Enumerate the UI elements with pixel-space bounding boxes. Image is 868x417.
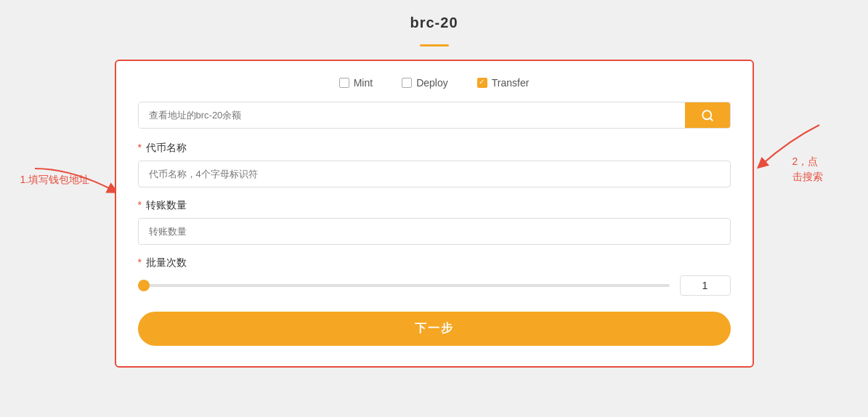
coin-name-section: * 代币名称	[138, 142, 731, 187]
mint-label: Mint	[354, 77, 373, 89]
title-underline	[420, 44, 449, 46]
tab-transfer[interactable]: Transfer	[477, 77, 530, 89]
mint-checkbox[interactable]	[339, 78, 349, 88]
right-annotation-text: 2，点 击搜索	[792, 154, 823, 185]
address-search-input[interactable]	[139, 102, 685, 128]
slider-thumb[interactable]	[138, 280, 150, 291]
search-button[interactable]	[685, 102, 730, 128]
right-annotation: 2，点 击搜索	[792, 154, 823, 185]
left-annotation-text: 1.填写钱包地址	[20, 172, 90, 187]
slider-row: 1	[138, 275, 731, 296]
deploy-label: Deploy	[416, 77, 448, 89]
page-title: brc-20	[410, 15, 458, 31]
coin-name-label: * 代币名称	[138, 142, 731, 155]
tab-deploy[interactable]: Deploy	[402, 77, 448, 89]
slider-value-box: 1	[680, 275, 731, 296]
next-button[interactable]: 下一步	[138, 312, 731, 346]
transfer-amount-section: * 转账数量	[138, 199, 731, 245]
annotation-wrapper: 1.填写钱包地址 2，点 击搜索 Mint	[115, 60, 754, 368]
search-bar	[138, 102, 731, 129]
coin-name-input[interactable]	[138, 161, 731, 187]
transfer-label: Transfer	[492, 77, 530, 89]
transfer-amount-input[interactable]	[138, 218, 731, 245]
batch-count-required-star: *	[138, 256, 142, 268]
transfer-checkbox[interactable]	[477, 78, 487, 88]
main-card: Mint Deploy Transfer * 代币名	[115, 60, 754, 368]
coin-name-required-star: *	[138, 142, 142, 153]
batch-count-section: * 批量次数 1	[138, 256, 731, 296]
transfer-amount-label: * 转账数量	[138, 199, 731, 212]
slider-track	[138, 284, 670, 287]
left-annotation: 1.填写钱包地址	[20, 172, 90, 187]
search-icon	[701, 109, 714, 122]
tab-mint[interactable]: Mint	[339, 77, 373, 89]
deploy-checkbox[interactable]	[402, 78, 412, 88]
tabs-row: Mint Deploy Transfer	[138, 77, 731, 89]
transfer-amount-required-star: *	[138, 199, 142, 211]
batch-count-label: * 批量次数	[138, 256, 731, 270]
